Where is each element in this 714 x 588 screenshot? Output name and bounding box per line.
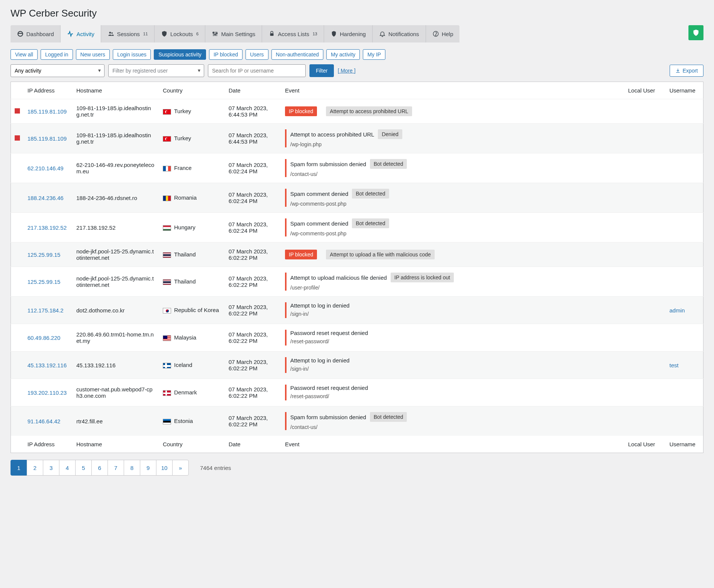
page-10[interactable]: 10 — [156, 460, 173, 476]
entries-count: 7464 entries — [200, 465, 231, 471]
ip-link[interactable]: 185.119.81.109 — [27, 108, 67, 115]
event-name: Attempt to log in denied — [290, 357, 350, 364]
ip-link[interactable]: 188.24.236.46 — [27, 195, 64, 201]
page-9[interactable]: 9 — [140, 460, 156, 476]
page-3[interactable]: 3 — [43, 460, 59, 476]
event-tag: Bot detected — [370, 159, 407, 169]
table-row: 185.119.81.109109-81-119-185.ip.idealhos… — [11, 124, 703, 153]
col-host[interactable]: Hostname — [73, 82, 159, 99]
tab-help[interactable]: Help — [426, 25, 460, 42]
event-name: Spam comment denied — [290, 220, 348, 227]
dashboard-icon — [17, 30, 24, 37]
date: 07 March 2023,6:02:24 PM — [225, 153, 281, 183]
page-7[interactable]: 7 — [108, 460, 124, 476]
filter-links: View allLogged inNew usersLogin issuesSu… — [11, 49, 703, 60]
pagination: 12345678910»7464 entries — [11, 460, 703, 476]
filter-link-4[interactable]: Suspicious activity — [154, 49, 206, 60]
event-bar — [285, 330, 287, 346]
country-name: Turkey — [174, 135, 191, 141]
ip-link[interactable]: 217.138.192.52 — [27, 224, 67, 231]
filter-button[interactable]: Filter — [309, 64, 334, 77]
acl-icon — [268, 30, 275, 37]
ip-link[interactable]: 62.210.146.49 — [27, 165, 64, 171]
username-link[interactable]: test — [670, 362, 679, 368]
filter-link-9[interactable]: My IP — [363, 49, 385, 60]
ip-link[interactable]: 91.146.64.42 — [27, 418, 61, 424]
event-path: /sign-in/ — [290, 366, 350, 372]
export-button[interactable]: Export — [670, 65, 703, 77]
filter-link-7[interactable]: Non-authenticated — [271, 49, 323, 60]
date: 07 March 2023,6:44:53 PM — [225, 99, 281, 124]
col-local[interactable]: Local User — [625, 82, 666, 99]
tab-sessions[interactable]: Sessions 11 — [101, 25, 155, 42]
filter-link-8[interactable]: My activity — [326, 49, 360, 60]
activity-select[interactable]: Any activity — [11, 64, 105, 77]
ip-link[interactable]: 185.119.81.109 — [27, 135, 67, 142]
flag-icon — [163, 225, 171, 231]
col-user[interactable]: Username — [666, 82, 703, 99]
ip-link[interactable]: 193.202.110.23 — [27, 389, 67, 396]
col-country[interactable]: Country — [159, 82, 225, 99]
flag-icon — [163, 166, 171, 171]
tab-main[interactable]: Main Settings — [205, 25, 262, 42]
page-6[interactable]: 6 — [91, 460, 108, 476]
event-bar — [285, 302, 287, 318]
hostname: node-jkf.pool-125-25.dynamic.totinternet… — [73, 267, 159, 297]
ip-link[interactable]: 125.25.99.15 — [27, 279, 61, 285]
page-»[interactable]: » — [172, 460, 189, 476]
country-name: Estonia — [174, 418, 193, 424]
col-date[interactable]: Date — [225, 82, 281, 99]
page-2[interactable]: 2 — [27, 460, 43, 476]
country-name: Romania — [174, 194, 197, 201]
country-name: Denmark — [174, 389, 197, 396]
page-4[interactable]: 4 — [59, 460, 76, 476]
ip-link[interactable]: 112.175.184.2 — [27, 307, 64, 314]
table-row: 193.202.110.23customer-nat.pub.webpod7-c… — [11, 379, 703, 406]
event-name: Spam comment denied — [290, 191, 348, 197]
page-8[interactable]: 8 — [124, 460, 140, 476]
filter-link-3[interactable]: Login issues — [113, 49, 151, 60]
tab-acl[interactable]: Access Lists 13 — [262, 25, 324, 42]
event-bar — [285, 357, 287, 373]
user-filter-select[interactable]: Filter by registered user — [108, 64, 204, 77]
svg-point-2 — [213, 32, 214, 33]
search-input[interactable] — [208, 64, 306, 77]
country-name: Republic of Korea — [174, 307, 219, 313]
table-row: 125.25.99.15node-jkf.pool-125-25.dynamic… — [11, 242, 703, 267]
ip-link[interactable]: 45.133.192.116 — [27, 362, 67, 368]
page-5[interactable]: 5 — [75, 460, 92, 476]
tab-notify[interactable]: Notifications — [373, 25, 426, 42]
hostname: 217.138.192.52 — [73, 213, 159, 242]
username-link[interactable]: admin — [670, 307, 685, 314]
col-event[interactable]: Event — [281, 82, 625, 99]
date: 07 March 2023,6:02:22 PM — [225, 242, 281, 267]
shield-icon[interactable] — [688, 25, 703, 40]
page-1[interactable]: 1 — [11, 460, 27, 476]
table-row: 125.25.99.15node-jkf.pool-125-25.dynamic… — [11, 267, 703, 297]
event-path: /wp-login.php — [290, 141, 402, 147]
event-path: /contact-us/ — [290, 424, 407, 430]
country-name: Thailand — [174, 278, 196, 285]
event-path: /user-profile/ — [290, 285, 454, 291]
flag-icon — [163, 136, 171, 142]
ip-link[interactable]: 125.25.99.15 — [27, 252, 61, 258]
filter-link-0[interactable]: View all — [11, 49, 38, 60]
ip-link[interactable]: 60.49.86.220 — [27, 335, 61, 341]
filter-link-5[interactable]: IP blocked — [209, 49, 243, 60]
col-ip[interactable]: IP Address — [24, 82, 73, 99]
svg-point-4 — [216, 33, 217, 34]
filter-link-1[interactable]: Logged in — [41, 49, 73, 60]
event-tag: Bot detected — [370, 412, 407, 422]
event-path: /wp-comments-post.php — [290, 230, 389, 236]
event-bar — [285, 273, 287, 291]
more-link[interactable]: [ More ] — [338, 68, 355, 74]
svg-point-0 — [109, 32, 111, 34]
tab-hardening[interactable]: Hardening — [324, 25, 373, 42]
tab-dashboard[interactable]: Dashboard — [11, 25, 61, 42]
filter-link-6[interactable]: Users — [246, 49, 268, 60]
event-path: /sign-in/ — [290, 311, 350, 317]
event-bar — [285, 159, 287, 177]
tab-lockouts[interactable]: Lockouts 6 — [155, 25, 205, 42]
tab-activity[interactable]: Activity — [61, 25, 101, 42]
filter-link-2[interactable]: New users — [76, 49, 110, 60]
